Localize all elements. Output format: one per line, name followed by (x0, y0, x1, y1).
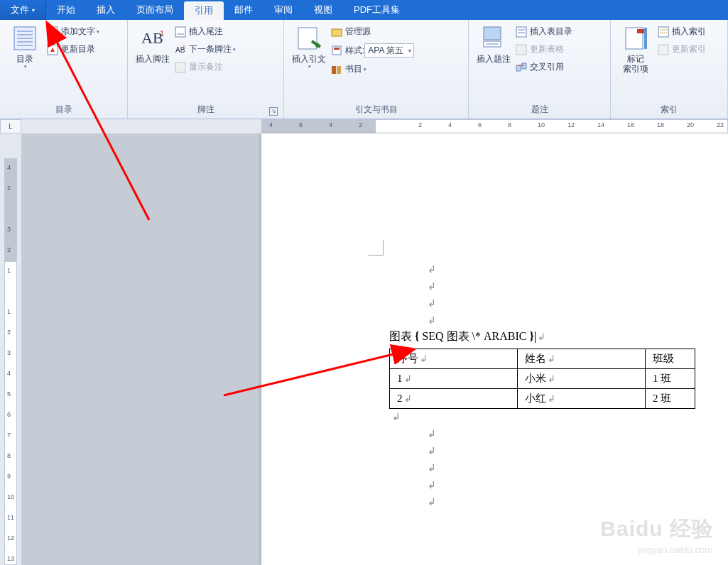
insert-tof-label: 插入表目录 (530, 26, 572, 38)
svg-text:1: 1 (183, 45, 185, 50)
bibliography-icon (331, 64, 342, 75)
toc-button-label: 目录 (16, 54, 33, 64)
tab-home[interactable]: 开始 (46, 0, 86, 20)
update-tof-button: 更新表格 (514, 42, 574, 57)
tab-file[interactable]: 文件 (0, 0, 46, 20)
insert-index-button[interactable]: 插入索引 (656, 24, 707, 39)
insert-footnote-button[interactable]: AB1 插入脚注 (132, 23, 173, 64)
svg-rect-29 (516, 45, 526, 55)
table-header-cell: 班级 (653, 353, 674, 364)
group-captions-label: 题注 (473, 102, 606, 119)
svg-rect-11 (175, 27, 185, 37)
toc-icon (12, 26, 38, 51)
tab-view[interactable]: 视图 (303, 0, 343, 20)
tab-page-layout[interactable]: 页面布局 (126, 0, 184, 20)
paragraph-mark: ↲ (411, 278, 453, 295)
group-citations-label: 引文与书目 (288, 102, 464, 119)
manage-sources-button[interactable]: 管理源 (330, 24, 415, 39)
group-index: 标记索引项 插入索引 更新索引 索引 (611, 20, 728, 119)
svg-rect-31 (522, 63, 526, 69)
table-cell: 2 班 (653, 393, 671, 404)
style-label: 样式: (345, 45, 364, 57)
bibliography-button[interactable]: 书目 (330, 62, 415, 77)
paragraph-mark: ↲ (389, 409, 403, 426)
svg-rect-23 (484, 27, 501, 40)
svg-rect-26 (516, 27, 526, 37)
vertical-ruler[interactable]: 4232112345678910111213 (4, 158, 17, 565)
ribbon: 目录 + 添加文字 更新目录 目录 (0, 20, 728, 119)
mark-entry-icon (623, 26, 648, 51)
mark-entry-label: 标记索引项 (623, 54, 648, 74)
update-index-label: 更新索引 (672, 43, 706, 55)
svg-text:+: + (49, 28, 53, 36)
paragraph-mark: ↲ (411, 295, 453, 312)
svg-rect-38 (658, 45, 668, 55)
update-tof-icon (516, 44, 527, 55)
svg-rect-16 (298, 28, 317, 49)
insert-tof-button[interactable]: 插入表目录 (514, 24, 574, 39)
field-close-brace: } (529, 330, 533, 342)
paragraph-mark: ↲ (411, 312, 453, 329)
next-footnote-label: 下一条脚注 (189, 43, 232, 55)
cross-ref-label: 交叉引用 (530, 61, 564, 73)
group-toc: 目录 + 添加文字 更新目录 目录 (0, 20, 128, 119)
svg-rect-21 (332, 66, 336, 74)
horizontal-ruler[interactable]: 4642246810121416182022 (261, 119, 728, 133)
insert-index-label: 插入索引 (672, 26, 706, 38)
table-row[interactable]: 1↲ 小米↲ 1 班 (390, 369, 695, 389)
group-footnotes-label: 脚注 ↘ (132, 102, 279, 119)
edit-area: 4232112345678910111213 ↲ ↲ ↲ ↲ 图表 { SEQ … (0, 133, 728, 565)
svg-rect-18 (332, 29, 342, 36)
table-header-cell: 序号 (397, 353, 418, 364)
group-index-label: 索引 (615, 102, 723, 119)
add-text-label: 添加文字 (61, 26, 95, 38)
table-row[interactable]: 2↲ 小红↲ 2 班 (390, 389, 695, 409)
paragraph-mark: ↲ (411, 494, 453, 511)
citation-style-select[interactable]: APA 第五 (364, 43, 414, 57)
update-tof-label: 更新表格 (530, 43, 564, 55)
next-footnote-icon: AB1 (175, 44, 186, 55)
svg-rect-30 (516, 65, 521, 71)
manage-sources-icon (331, 26, 342, 38)
document-table[interactable]: 序号↲ 姓名↲ 班级 1↲ 小米↲ 1 班 2↲ 小红↲ 2 班 (389, 349, 695, 409)
show-notes-label: 显示备注 (189, 61, 223, 73)
tab-pdf-tools[interactable]: PDF工具集 (343, 0, 411, 20)
paragraph-mark: ↲ (411, 443, 453, 460)
footnotes-launcher[interactable]: ↘ (269, 107, 278, 116)
tab-review[interactable]: 审阅 (264, 0, 303, 20)
update-index-button: 更新索引 (656, 42, 707, 57)
next-footnote-button[interactable]: AB1 下一条脚注 (173, 42, 237, 57)
document-page[interactable]: ↲ ↲ ↲ ↲ 图表 { SEQ 图表 \* ARABIC }↲ 序号↲ 姓名↲… (261, 133, 728, 565)
document-background (21, 133, 261, 565)
update-toc-button[interactable]: 更新目录 (45, 42, 101, 57)
caption-prefix: 图表 (389, 330, 415, 342)
insert-citation-button[interactable]: 插入引文 (288, 23, 330, 70)
mark-index-entry-button[interactable]: 标记索引项 (615, 23, 656, 74)
add-text-icon: + (47, 26, 58, 38)
paragraph-mark: ↲ (411, 261, 453, 278)
tab-selector[interactable]: L (0, 119, 21, 133)
caption-field-line[interactable]: 图表 { SEQ 图表 \* ARABIC }↲ (389, 329, 728, 344)
cross-ref-button[interactable]: 交叉引用 (514, 60, 574, 75)
table-cell: 2 (397, 393, 403, 404)
insert-citation-label: 插入引文 (292, 54, 326, 64)
tab-references[interactable]: 引用 (184, 1, 224, 20)
insert-endnote-button[interactable]: 插入尾注 (173, 24, 237, 39)
paragraph-mark: ↲ (411, 477, 453, 494)
svg-rect-15 (175, 62, 185, 72)
watermark-brand: Baidu 经验 (600, 515, 714, 544)
svg-point-17 (315, 43, 320, 48)
toc-button[interactable]: 目录 (4, 23, 45, 70)
add-text-button[interactable]: + 添加文字 (45, 24, 101, 39)
tab-mail[interactable]: 邮件 (224, 0, 264, 20)
endnote-icon (175, 26, 186, 38)
insert-caption-label: 插入题注 (477, 54, 511, 64)
ribbon-tabs: 文件 开始 插入 页面布局 引用 邮件 审阅 视图 PDF工具集 (0, 0, 728, 20)
insert-index-icon (658, 26, 669, 38)
insert-caption-button[interactable]: 插入题注 (473, 23, 514, 64)
table-cell: 小红 (525, 393, 546, 404)
svg-text:1: 1 (160, 29, 164, 38)
tab-insert[interactable]: 插入 (86, 0, 126, 20)
insert-endnote-label: 插入尾注 (189, 26, 223, 38)
table-row[interactable]: 序号↲ 姓名↲ 班级 (390, 349, 695, 369)
